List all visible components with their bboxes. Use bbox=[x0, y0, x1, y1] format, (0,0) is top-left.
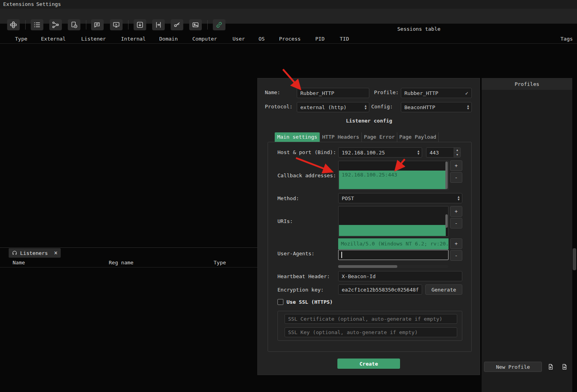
profile-label: Profile: bbox=[374, 89, 399, 95]
new-profile-file-icon[interactable] bbox=[546, 362, 555, 372]
listeners-col-name[interactable]: Name bbox=[13, 260, 25, 266]
tab-page-error[interactable]: Page Error bbox=[361, 132, 397, 142]
sessions-col-type[interactable]: Type bbox=[15, 36, 27, 42]
uris-selected-row[interactable] bbox=[339, 225, 446, 236]
listener-config-tabbar: Main settingsHTTP HeadersPage ErrorPage … bbox=[275, 132, 439, 142]
chat-icon[interactable] bbox=[91, 19, 104, 30]
hscrollbar-thumb[interactable] bbox=[338, 265, 397, 268]
remote-desktop-icon[interactable] bbox=[110, 19, 123, 30]
method-value: POST bbox=[342, 195, 354, 201]
protocol-combo[interactable]: external (http) ▲▼ bbox=[297, 102, 369, 112]
profiles-panel-title: Profiles bbox=[515, 81, 540, 87]
toolbar bbox=[0, 9, 577, 24]
ssl-certificate-input[interactable] bbox=[285, 314, 457, 324]
menu-settings[interactable]: Settings bbox=[36, 1, 61, 7]
sessions-header-divider bbox=[0, 43, 577, 44]
profiles-panel: Profiles New Profile bbox=[482, 78, 572, 392]
uris-list[interactable] bbox=[338, 206, 449, 237]
sessions-col-user[interactable]: User bbox=[233, 36, 245, 42]
sessions-col-os[interactable]: OS bbox=[259, 36, 265, 42]
callback-selected-row[interactable]: 192.168.100.25:443 bbox=[339, 171, 446, 189]
jobs-clock-icon[interactable] bbox=[68, 19, 80, 30]
sessions-col-internal[interactable]: Internal bbox=[121, 36, 146, 42]
sessions-col-listener[interactable]: Listener bbox=[81, 36, 106, 42]
uris-add-button[interactable]: + bbox=[450, 206, 462, 217]
tunnels-icon[interactable] bbox=[152, 19, 165, 30]
link-icon[interactable] bbox=[213, 19, 225, 30]
encryption-key-input[interactable] bbox=[338, 284, 422, 295]
listeners-col-regname[interactable]: Reg name bbox=[109, 260, 134, 266]
toolbar-separator bbox=[207, 20, 208, 30]
spin-down-icon: ▼ bbox=[454, 153, 460, 158]
host-value: 192.168.100.25 bbox=[342, 150, 385, 156]
tab-http-headers[interactable]: HTTP Headers bbox=[320, 132, 361, 142]
screenshots-icon[interactable] bbox=[189, 19, 202, 30]
user-agents-add-button[interactable]: + bbox=[450, 238, 462, 249]
spinner-arrows-icon[interactable]: ▲▼ bbox=[365, 104, 367, 110]
name-label: Name: bbox=[265, 89, 280, 95]
protocol-value: external (http) bbox=[300, 104, 346, 110]
new-profile-button[interactable]: New Profile bbox=[484, 362, 542, 372]
config-label: Config: bbox=[371, 104, 393, 110]
name-input[interactable] bbox=[297, 88, 369, 98]
sessions-col-domain[interactable]: Domain bbox=[159, 36, 178, 42]
spinner-arrows-icon[interactable]: ▲▼ bbox=[458, 195, 460, 201]
tab-page-payload[interactable]: Page Payload bbox=[397, 132, 439, 142]
callback-add-button[interactable]: + bbox=[450, 160, 462, 171]
callback-remove-button[interactable]: - bbox=[450, 172, 462, 183]
uris-label: URIs: bbox=[277, 218, 293, 224]
downloads-icon[interactable] bbox=[134, 19, 146, 30]
heartbeat-header-label: Heartbeat Header: bbox=[277, 273, 330, 279]
method-label: Method: bbox=[277, 195, 299, 201]
listeners-col-type[interactable]: Type bbox=[214, 260, 226, 266]
right-scrollbar-thumb[interactable] bbox=[573, 248, 576, 270]
credentials-key-icon[interactable] bbox=[171, 19, 183, 30]
host-port-label: Host & port (Bind): bbox=[277, 149, 336, 155]
profile-value: Rubber_HTTP bbox=[404, 90, 438, 96]
callback-addresses-list[interactable]: 192.168.100.25:443 bbox=[338, 161, 449, 190]
application-window: Extensions Settings bbox=[0, 0, 577, 392]
use-ssl-checkbox[interactable] bbox=[277, 299, 283, 305]
profile-combo[interactable]: Rubber_HTTP ✓ bbox=[401, 88, 472, 98]
close-icon[interactable]: × bbox=[54, 250, 58, 256]
menu-extensions[interactable]: Extensions bbox=[3, 1, 34, 7]
save-profile-icon[interactable] bbox=[560, 362, 569, 372]
generate-button[interactable]: Generate bbox=[425, 284, 462, 295]
sessions-col-pid[interactable]: PID bbox=[315, 36, 324, 42]
user-agent-selected-row[interactable]: Mozilla/5.0 (Windows NT 6.2; rv:20. bbox=[338, 238, 449, 249]
task-list-icon[interactable] bbox=[31, 19, 43, 30]
host-input[interactable]: 192.168.100.25 ▲▼ bbox=[338, 147, 422, 158]
sessions-col-process[interactable]: Process bbox=[279, 36, 301, 42]
listener-config-title: Listener config bbox=[258, 118, 480, 124]
tab-main-settings[interactable]: Main settings bbox=[275, 132, 320, 142]
graph-icon[interactable] bbox=[49, 19, 62, 30]
listeners-header-divider bbox=[0, 267, 257, 268]
heartbeat-header-input[interactable] bbox=[338, 271, 462, 281]
extensions-icon[interactable] bbox=[7, 19, 20, 30]
user-agents-remove-button[interactable]: - bbox=[450, 250, 462, 261]
sessions-col-tags[interactable]: Tags bbox=[560, 36, 573, 42]
spinner-arrows-icon[interactable]: ▲▼ bbox=[417, 150, 419, 155]
user-agent-selected-value: Mozilla/5.0 (Windows NT 6.2; rv:20. bbox=[341, 241, 449, 247]
sessions-col-computer[interactable]: Computer bbox=[192, 36, 217, 42]
spinner-arrows-icon[interactable]: ▲▼ bbox=[467, 104, 469, 110]
listeners-tab[interactable]: Listeners × bbox=[9, 248, 61, 258]
create-button[interactable]: Create bbox=[337, 359, 400, 369]
ssl-key-input[interactable] bbox=[285, 327, 457, 337]
callback-addresses-label: Callback addresses: bbox=[277, 173, 336, 178]
create-listener-dialog: Name: Profile: Rubber_HTTP ✓ Protocol: e… bbox=[257, 78, 480, 375]
method-combo[interactable]: POST ▲▼ bbox=[338, 193, 462, 203]
config-combo[interactable]: BeaconHTTP ▲▼ bbox=[401, 102, 472, 112]
sessions-col-tid[interactable]: TID bbox=[340, 36, 349, 42]
callback-scrollbar[interactable] bbox=[445, 162, 448, 189]
spin-up-icon: ▲ bbox=[454, 148, 460, 153]
port-value: 443 bbox=[430, 150, 439, 156]
use-ssl-label[interactable]: Use SSL (HTTPS) bbox=[287, 299, 333, 305]
port-input[interactable]: 443 ▲ ▼ bbox=[426, 147, 461, 158]
sessions-col-external[interactable]: External bbox=[41, 36, 66, 42]
uris-scrollbar[interactable] bbox=[445, 214, 448, 228]
user-agents-hscrollbar[interactable] bbox=[338, 265, 449, 268]
port-spinner[interactable]: ▲ ▼ bbox=[454, 148, 460, 157]
user-agent-edit-input[interactable] bbox=[338, 250, 449, 260]
uris-remove-button[interactable]: - bbox=[450, 218, 462, 229]
